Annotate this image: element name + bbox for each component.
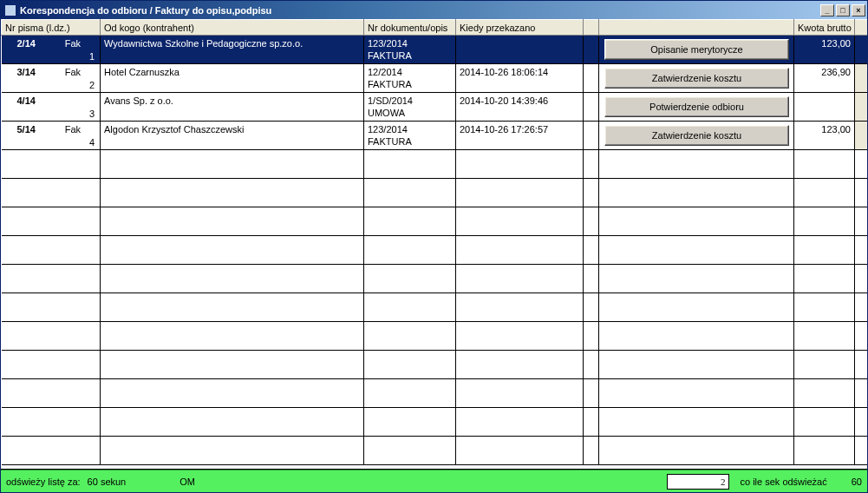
table-row[interactable]: 4/143Avans Sp. z o.o.1/SD/2014UMOWA2014-… [2, 93, 868, 122]
interval-input[interactable] [667, 474, 729, 490]
titlebar: Korespondencja do odbioru / Faktury do o… [1, 1, 867, 19]
cell-kogo: Avans Sp. z o.o. [101, 93, 364, 122]
nr-main: 5/14 [17, 123, 36, 135]
nr-fak: Fak [65, 66, 81, 78]
app-icon [4, 4, 16, 16]
col-kiedy[interactable]: Kiedy przekazano [456, 20, 584, 36]
cell-doc: 123/2014FAKTURA [364, 36, 456, 64]
table-row[interactable] [2, 207, 868, 236]
nr-main: 2/14 [17, 37, 36, 49]
col-brutto[interactable]: Kwota brutto [794, 20, 855, 36]
table-row[interactable]: 3/14Fak2Hotel Czarnuszka12/2014FAKTURA20… [2, 64, 868, 93]
app-window: Korespondencja do odbioru / Faktury do o… [0, 0, 868, 493]
table-row[interactable] [2, 437, 868, 465]
cell-brutto: 236,90 [794, 64, 855, 93]
cell-kogo: Hotel Czarnuszka [101, 64, 364, 93]
cell-doc: 12/2014FAKTURA [364, 64, 456, 93]
correspondence-grid: Nr pisma (l.dz.) Od kogo (kontrahent) Nr… [1, 19, 867, 470]
cell-scrollbar [855, 122, 868, 150]
statusbar: odświeży listę za: 60 sekun OM co ile se… [1, 470, 867, 492]
refresh-value: 60 sekun [88, 477, 127, 487]
nr-seq: 3 [89, 108, 95, 120]
nr-fak: Fak [65, 37, 81, 49]
cell-action: Opisanie merytorycze [599, 36, 794, 64]
cell-scrollbar [855, 36, 868, 64]
interval-value: 60 [852, 477, 862, 487]
interval-label: co ile sek odświeżać [740, 477, 826, 487]
nr-seq: 2 [89, 79, 95, 91]
table-row[interactable] [2, 379, 868, 408]
grid-table: Nr pisma (l.dz.) Od kogo (kontrahent) Nr… [1, 19, 867, 465]
table-row[interactable] [2, 322, 868, 351]
cell-doc: 1/SD/2014UMOWA [364, 93, 456, 122]
table-row[interactable] [2, 150, 868, 179]
cell-kiedy: 2014-10-26 17:26:57 [456, 122, 584, 150]
cell-action: Potwierdzenie odbioru [599, 93, 794, 122]
table-row[interactable]: 2/14Fak1Wydawnictwa Szkolne i Pedagogicz… [2, 36, 868, 64]
cell-gap [584, 122, 599, 150]
cell-doc: 123/2014FAKTURA [364, 122, 456, 150]
cell-kogo: Algodon Krzysztof Chaszczewski [101, 122, 364, 150]
col-nr[interactable]: Nr pisma (l.dz.) [2, 20, 101, 36]
minimize-button[interactable]: _ [820, 4, 834, 16]
maximize-button[interactable]: □ [836, 4, 850, 16]
cell-action: Zatwierdzenie kosztu [599, 122, 794, 150]
nr-seq: 4 [89, 136, 95, 148]
cell-nr: 3/14Fak2 [2, 64, 101, 93]
window-controls: _ □ × [820, 4, 865, 16]
table-row[interactable] [2, 236, 868, 265]
cell-kiedy: 2014-10-26 18:06:14 [456, 64, 584, 93]
cell-brutto: 123,00 [794, 122, 855, 150]
table-row[interactable] [2, 179, 868, 207]
table-row[interactable] [2, 293, 868, 322]
user-code: OM [179, 477, 195, 487]
col-doc[interactable]: Nr dokumentu/opis [364, 20, 456, 36]
cell-gap [584, 36, 599, 64]
col-kogo[interactable]: Od kogo (kontrahent) [101, 20, 364, 36]
cell-action: Zatwierdzenie kosztu [599, 64, 794, 93]
action-button[interactable]: Zatwierdzenie kosztu [604, 68, 789, 89]
nr-seq: 1 [89, 50, 95, 62]
action-button[interactable]: Potwierdzenie odbioru [604, 96, 789, 117]
nr-main: 4/14 [17, 95, 36, 107]
cell-scrollbar [855, 64, 868, 93]
refresh-label: odświeży listę za: [6, 477, 81, 487]
cell-gap [584, 93, 599, 122]
cell-brutto: 123,00 [794, 36, 855, 64]
table-row[interactable] [2, 351, 868, 379]
action-button[interactable]: Zatwierdzenie kosztu [604, 125, 789, 146]
close-button[interactable]: × [852, 4, 865, 16]
table-row[interactable] [2, 408, 868, 437]
cell-kiedy [456, 36, 584, 64]
nr-fak: Fak [65, 123, 81, 135]
header-row: Nr pisma (l.dz.) Od kogo (kontrahent) Nr… [2, 20, 868, 36]
cell-kiedy: 2014-10-20 14:39:46 [456, 93, 584, 122]
col-action[interactable] [599, 20, 794, 36]
window-title: Korespondencja do odbioru / Faktury do o… [20, 5, 820, 16]
col-gap[interactable] [584, 20, 599, 36]
nr-main: 3/14 [17, 66, 36, 78]
scrollbar-corner [855, 20, 868, 36]
cell-scrollbar [855, 93, 868, 122]
table-row[interactable]: 5/14Fak4Algodon Krzysztof Chaszczewski12… [2, 122, 868, 150]
table-row[interactable] [2, 265, 868, 293]
cell-brutto [794, 93, 855, 122]
action-button[interactable]: Opisanie merytorycze [604, 39, 789, 60]
cell-gap [584, 64, 599, 93]
cell-kogo: Wydawnictwa Szkolne i Pedagogiczne sp.zo… [101, 36, 364, 64]
cell-nr: 4/143 [2, 93, 101, 122]
cell-nr: 2/14Fak1 [2, 36, 101, 64]
cell-nr: 5/14Fak4 [2, 122, 101, 150]
